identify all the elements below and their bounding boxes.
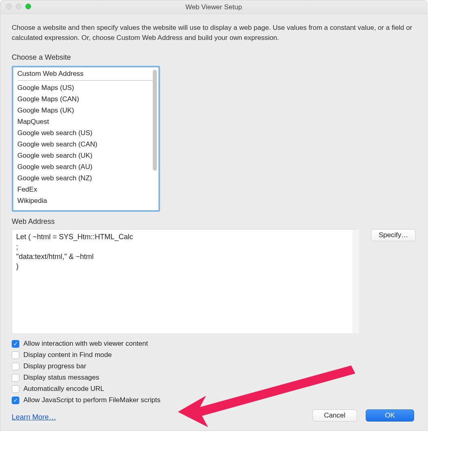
- traffic-lights: [6, 4, 31, 9]
- checkbox-label: Automatically encode URL: [23, 385, 104, 393]
- checkbox[interactable]: [12, 385, 19, 393]
- checkbox[interactable]: ✓: [12, 340, 19, 348]
- scrollbar-thumb[interactable]: [153, 70, 157, 171]
- specify-button[interactable]: Specify…: [371, 229, 416, 241]
- checkbox-row: ✓Allow JavaScript to perform FileMaker s…: [12, 396, 416, 404]
- checkbox-label: Allow JavaScript to perform FileMaker sc…: [23, 396, 160, 404]
- website-list-item[interactable]: Google web search (NZ): [13, 173, 158, 184]
- website-list-item[interactable]: Wikipedia: [13, 195, 158, 207]
- cancel-button[interactable]: Cancel: [312, 409, 357, 422]
- website-list-item[interactable]: Custom Web Address: [13, 68, 158, 79]
- checkbox-label: Display progress bar: [23, 362, 86, 370]
- website-list-item[interactable]: Google Maps (UK): [13, 105, 158, 116]
- checkbox[interactable]: ✓: [12, 397, 19, 404]
- dialog-window: Web Viewer Setup Choose a website and th…: [0, 0, 427, 431]
- choose-website-label: Choose a Website: [12, 53, 416, 62]
- checkbox-label: Display content in Find mode: [23, 351, 112, 359]
- window-title: Web Viewer Setup: [185, 3, 242, 11]
- website-list-item[interactable]: MapQuest: [13, 116, 158, 127]
- checkbox-label: Display status messages: [23, 374, 99, 382]
- checkbox-row: Automatically encode URL: [12, 385, 416, 393]
- checkbox[interactable]: [12, 363, 19, 370]
- intro-text: Choose a website and then specify values…: [12, 23, 416, 43]
- close-icon[interactable]: [6, 4, 12, 9]
- website-list-item[interactable]: Google Maps (US): [13, 82, 158, 94]
- website-list-item[interactable]: Google web search (UK): [13, 150, 158, 161]
- minimize-icon[interactable]: [16, 4, 21, 9]
- dialog-content: Choose a website and then specify values…: [0, 14, 427, 430]
- web-address-label: Web Address: [12, 217, 416, 226]
- checkbox[interactable]: [12, 374, 19, 382]
- website-list-item[interactable]: Google web search (US): [13, 127, 158, 139]
- website-listbox[interactable]: Custom Web AddressGoogle Maps (US)Google…: [12, 66, 160, 212]
- learn-more-link[interactable]: Learn More…: [12, 413, 56, 422]
- titlebar: Web Viewer Setup: [0, 0, 427, 14]
- website-list-item[interactable]: Google web search (CAN): [13, 139, 158, 150]
- website-list-item[interactable]: FedEx: [13, 184, 158, 195]
- checkbox-row: ✓Allow interaction with web viewer conte…: [12, 340, 416, 348]
- zoom-icon[interactable]: [25, 4, 31, 9]
- web-address-field[interactable]: Let ( ~html = SYS_Htm::HTML_Calc ; "data…: [12, 229, 359, 334]
- website-list-item[interactable]: Google web search (AU): [13, 161, 158, 173]
- ok-button[interactable]: OK: [366, 409, 414, 422]
- checkbox-row: Display content in Find mode: [12, 351, 416, 359]
- website-list-item[interactable]: Google Maps (CAN): [13, 94, 158, 105]
- checkbox-row: Display status messages: [12, 374, 416, 382]
- checkbox-label: Allow interaction with web viewer conten…: [23, 340, 148, 348]
- checkbox[interactable]: [12, 351, 19, 359]
- options-checkboxes: ✓Allow interaction with web viewer conte…: [12, 340, 416, 404]
- list-divider: [17, 80, 154, 81]
- checkbox-row: Display progress bar: [12, 362, 416, 370]
